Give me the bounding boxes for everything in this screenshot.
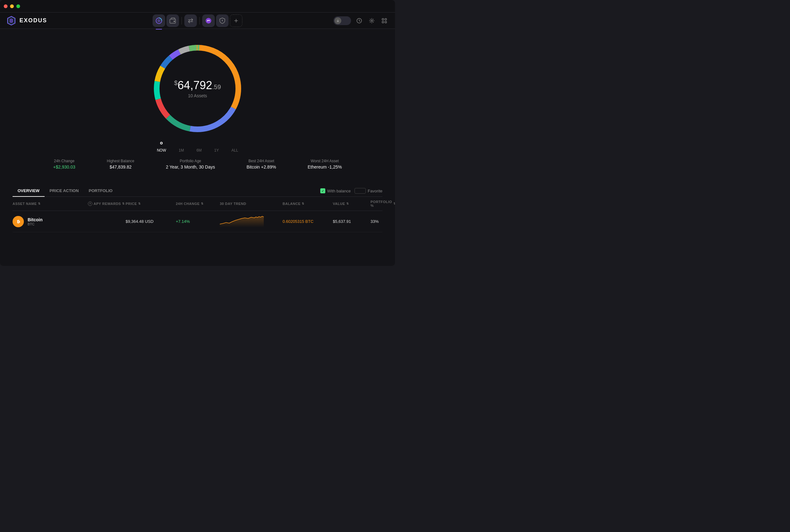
topnav: EXODUS [0,13,395,29]
exodus-logo-icon [6,16,16,26]
donut-chart: $64,792.59 10 Assets [147,38,248,139]
logo: EXODUS [6,16,47,26]
btc-balance: 0.60205315 BTC [283,219,333,224]
main-content: $64,792.59 10 Assets NOW 1M 6M 1Y ALL [0,29,395,266]
nav-shield-btn[interactable] [216,15,229,27]
stat-label-worst: Worst 24H Asset [308,159,342,163]
svg-rect-14 [382,19,384,20]
btc-name: Bitcoin [27,217,42,222]
check-icon: ✓ [320,188,325,193]
time-btn-6m[interactable]: 6M [196,148,202,153]
titlebar [0,0,395,13]
th-price[interactable]: PRICE ⇅ [126,200,176,207]
table-section: OVERVIEW PRICE ACTION PORTFOLIO ✓ With b… [0,185,395,232]
stat-value-age: 2 Year, 3 Month, 30 Days [166,165,215,170]
grid-icon[interactable] [380,16,389,25]
minimize-button[interactable] [10,4,14,8]
stat-label-highest: Highest Balance [107,159,134,163]
stat-label-best: Best 24H Asset [246,159,276,163]
svg-rect-17 [385,21,387,23]
portfolio-section: $64,792.59 10 Assets NOW 1M 6M 1Y ALL [0,29,395,179]
nav-wallet-btn[interactable] [166,15,179,27]
stat-24h-change: 24h Change +$2,930.03 [53,159,75,170]
svg-point-9 [209,20,210,21]
settings-icon[interactable] [368,16,376,25]
th-24h-change[interactable]: 24H CHANGE ⇅ [176,200,220,207]
currency-symbol: $ [174,79,177,86]
th-balance[interactable]: BALANCE ⇅ [283,200,333,207]
portfolio-main-amount: 64,792 [178,79,212,92]
svg-rect-11 [337,20,339,22]
nav-add-btn[interactable] [230,15,242,27]
th-portfolio-pct[interactable]: PORTFOLIO % ⇅ [371,200,395,207]
time-btn-1y[interactable]: 1Y [214,148,219,153]
time-btn-all[interactable]: ALL [231,148,238,153]
table-header: ASSET NAME ⇅ ? APY REWARDS ⇅ PRICE ⇅ 24H… [13,197,382,211]
apy-info-icon: ? [88,202,92,206]
table-row: Bitcoin BTC $9,364.48 USD +7.14% [13,211,382,232]
asset-count: 10 Assets [174,93,221,98]
th-30day-trend: 30 DAY TREND [220,200,283,207]
tab-overview[interactable]: OVERVIEW [13,185,44,197]
btc-change: +7.14% [176,219,220,224]
btc-icon [13,216,24,227]
sort-icon-value: ⇅ [346,202,349,205]
tab-portfolio[interactable]: PORTFOLIO [84,185,118,197]
with-balance-label: With balance [327,189,351,193]
svg-point-13 [371,20,373,21]
sort-icon-apy: ⇅ [122,202,125,205]
favorite-checkbox [355,188,366,194]
stats-row: 24h Change +$2,930.03 Highest Balance $4… [25,159,370,170]
favorite-filter[interactable]: Favorite [355,188,382,194]
lock-icon [334,17,341,24]
time-btn-1m[interactable]: 1M [178,148,184,153]
btc-value: $5,637.91 [333,219,371,224]
stat-value-24h: +$2,930.03 [53,165,75,170]
svg-rect-15 [385,19,387,20]
svg-point-8 [207,20,208,21]
nav-center [153,15,242,27]
btc-price: $9,364.48 USD [126,219,176,224]
nav-divider-1 [182,17,182,24]
portfolio-value: $64,792.59 10 Assets [174,79,221,98]
table-controls: ✓ With balance Favorite [320,188,382,194]
stat-best-asset: Best 24H Asset Bitcoin +2.89% [246,159,276,170]
svg-rect-6 [174,21,175,22]
maximize-button[interactable] [16,4,20,8]
stat-worst-asset: Worst 24H Asset Ethereum -1,25% [308,159,342,170]
with-balance-filter[interactable]: ✓ With balance [320,188,351,193]
close-button[interactable] [4,4,7,8]
sort-icon-asset: ⇅ [38,202,41,205]
stat-value-best: Bitcoin +2.89% [246,165,276,170]
nav-phantom-btn[interactable] [202,15,215,27]
sort-icon-change: ⇅ [201,202,204,205]
sort-icon-price: ⇅ [138,202,141,205]
asset-cell-btc: Bitcoin BTC [13,216,88,227]
nav-exchange-btn[interactable] [184,15,197,27]
btc-sparkline [220,215,264,227]
nav-portfolio-btn[interactable] [153,15,165,27]
th-asset-name[interactable]: ASSET NAME ⇅ [13,200,88,207]
nav-right [334,16,389,25]
lock-toggle[interactable] [334,16,351,25]
btc-portfolio-pct: 33% [371,219,395,224]
tab-price-action[interactable]: PRICE ACTION [44,185,84,197]
tabs-row: OVERVIEW PRICE ACTION PORTFOLIO ✓ With b… [13,185,382,197]
time-filter: NOW 1M 6M 1Y ALL [157,145,238,156]
btc-names: Bitcoin BTC [27,217,42,226]
sort-icon-balance: ⇅ [302,202,305,205]
history-icon[interactable] [355,16,363,25]
th-apy-rewards[interactable]: ? APY REWARDS ⇅ [88,200,126,207]
favorite-label: Favorite [368,189,382,193]
btc-ticker: BTC [27,222,42,226]
stat-value-highest: $47,839.82 [107,165,134,170]
stat-label-age: Portfolio Age [166,159,215,163]
btc-trend-chart [220,215,283,228]
svg-point-7 [206,18,211,23]
stat-value-worst: Ethereum -1,25% [308,165,342,170]
stat-highest-balance: Highest Balance $47,839.82 [107,159,134,170]
portfolio-cents: .59 [212,83,221,90]
time-btn-now[interactable]: NOW [157,148,166,153]
th-value[interactable]: VALUE ⇅ [333,200,371,207]
svg-point-4 [157,19,161,22]
